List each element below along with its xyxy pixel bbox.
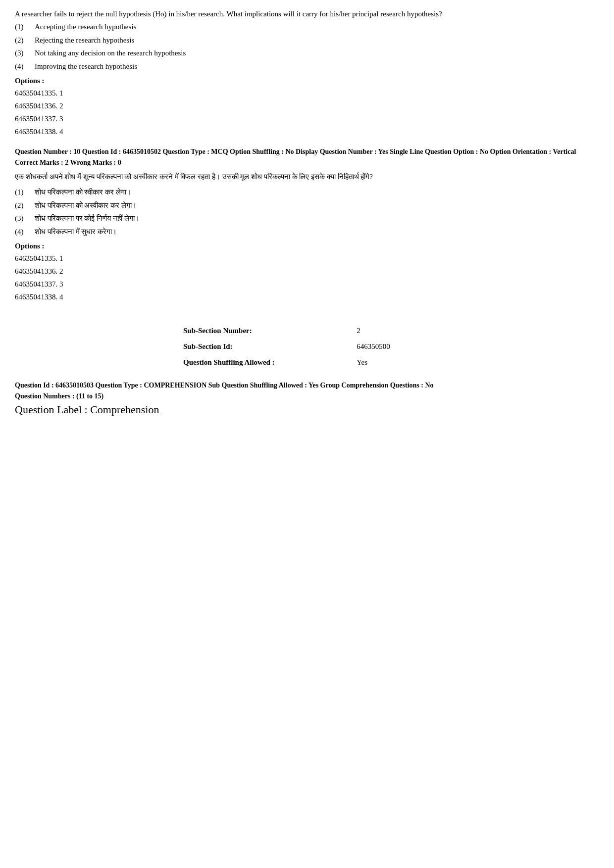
question-label-line: Question Label : Comprehension [15,403,599,416]
option-num: (1) [15,187,35,198]
option-text: Rejecting the research hypothesis [35,35,134,46]
question10-marks: Correct Marks : 2 Wrong Marks : 0 [15,159,599,167]
option-text: शोध परिकल्पना को स्वीकार कर लेगा। [35,187,131,198]
question9-section: A researcher fails to reject the null hy… [15,10,599,138]
list-item: (4) शोध परिकल्पना में सुधार करेगा। [15,226,599,238]
question9-options: (1) Accepting the research hypothesis (2… [15,21,599,72]
hindi-options-label: Options : [15,242,599,250]
table-row: Sub-Section Id: 646350500 [183,338,431,354]
list-item: (1) Accepting the research hypothesis [15,21,599,33]
option-num: (4) [15,226,35,238]
question-label-prefix: Question Label : [15,403,90,416]
option-num: (1) [15,21,35,33]
list-item: (3) शोध परिकल्पना पर कोई निर्णय नहीं लेग… [15,213,599,224]
list-item: (1) शोध परिकल्पना को स्वीकार कर लेगा। [15,187,599,198]
question10-hindi-section: एक शोधकर्ता अपने शोध में शून्य परिकल्पना… [15,171,599,303]
option-text: शोध परिकल्पना में सुधार करेगा। [35,226,117,238]
option-num: (3) [15,48,35,59]
list-item: (2) Rejecting the research hypothesis [15,35,599,46]
option-value: 64635041338. 4 [15,126,599,138]
option-num: (4) [15,61,35,72]
option-text: शोध परिकल्पना पर कोई निर्णय नहीं लेगा। [35,213,140,224]
option-num: (3) [15,213,35,224]
option-text: Not taking any decision on the research … [35,48,186,59]
subsection-shuffling-label: Question Shuffling Allowed : [183,354,357,370]
options-label: Options : [15,77,599,85]
subsection-number-value: 2 [357,323,431,338]
option-text: Accepting the research hypothesis [35,21,136,33]
list-item: (2) शोध परिकल्पना को अस्वीकार कर लेगा। [15,200,599,211]
option-value: 64635041337. 3 [15,113,599,125]
option-text: Improving the research hypothesis [35,61,137,72]
question-label-value: Comprehension [90,403,159,416]
option-value: 64635041335. 1 [15,87,599,99]
subsection-table: Sub-Section Number: 2 Sub-Section Id: 64… [183,323,431,370]
question10-meta: Question Number : 10 Question Id : 64635… [15,146,599,157]
table-row: Sub-Section Number: 2 [183,323,431,338]
table-row: Question Shuffling Allowed : Yes [183,354,431,370]
option-value: 64635041337. 3 [15,278,599,290]
option-value: 64635041335. 1 [15,252,599,264]
subsection-id-label: Sub-Section Id: [183,338,357,354]
subsection-id-value: 646350500 [357,338,431,354]
question-numbers: Question Numbers : (11 to 15) [15,392,599,400]
list-item: (4) Improving the research hypothesis [15,61,599,72]
list-item: (3) Not taking any decision on the resea… [15,48,599,59]
question10-hindi-options: (1) शोध परिकल्पना को स्वीकार कर लेगा। (2… [15,187,599,237]
option-value: 64635041338. 4 [15,291,599,303]
subsection-number-label: Sub-Section Number: [183,323,357,338]
option-value: 64635041336. 2 [15,100,599,112]
option-num: (2) [15,200,35,211]
option-text: शोध परिकल्पना को अस्वीकार कर लेगा। [35,200,137,211]
option-value: 64635041336. 2 [15,265,599,277]
question10-hindi-text: एक शोधकर्ता अपने शोध में शून्य परिकल्पना… [15,171,599,183]
subsection-shuffling-value: Yes [357,354,431,370]
option-num: (2) [15,35,35,46]
comprehension-meta: Question Id : 64635010503 Question Type … [15,380,599,390]
question9-text: A researcher fails to reject the null hy… [15,10,599,18]
